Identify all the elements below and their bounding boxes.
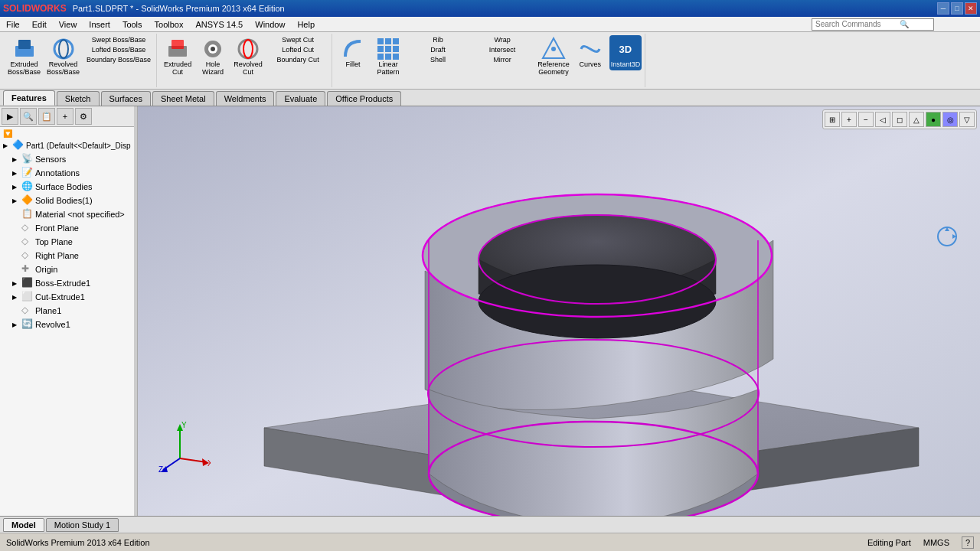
sidebar-search-button[interactable]: 🔍	[20, 108, 37, 125]
tab-sheet-metal[interactable]: Sheet Metal	[152, 91, 214, 106]
menu-tools[interactable]: Tools	[116, 18, 149, 31]
sidebar-settings-button[interactable]: ⚙	[75, 108, 92, 125]
menu-ansys[interactable]: ANSYS 14.5	[189, 18, 249, 31]
vp-view-settings-button[interactable]: ▽	[959, 112, 975, 127]
vp-zoom-in-button[interactable]: +	[841, 112, 857, 127]
svg-rect-19	[393, 54, 399, 60]
boss-toolbar-group: ExtrudedBoss/Base RevolvedBoss/Base Swep…	[3, 34, 157, 87]
tab-sketch[interactable]: Sketch	[57, 91, 100, 106]
command-search-box[interactable]: 🔍	[812, 18, 934, 31]
tree-label-surface-bodies: Surface Bodies	[35, 182, 93, 191]
sidebar-filter-button[interactable]: ▶	[2, 108, 18, 125]
revolved-boss-button[interactable]: RevolvedBoss/Base	[45, 35, 81, 78]
vp-prev-view-button[interactable]: ◁	[875, 112, 890, 127]
extruded-cut-button[interactable]: ExtrudedCut	[162, 35, 194, 78]
tree-arrow-cut-extrude1: ▶	[12, 294, 21, 301]
lofted-boss-button[interactable]: Lofted Boss/Base	[84, 45, 153, 54]
vp-scene-button[interactable]: ◎	[942, 112, 958, 127]
search-input[interactable]	[815, 20, 900, 28]
vp-hide-show-button[interactable]: △	[909, 112, 924, 127]
boundary-boss-button[interactable]: Boundary Boss/Base	[84, 55, 153, 64]
rib-button[interactable]: Rib	[407, 35, 469, 44]
swept-boss-button[interactable]: Swept Boss/Base	[84, 35, 153, 44]
status-help-icon[interactable]: ?	[962, 536, 974, 549]
shell-button[interactable]: Shell	[407, 55, 469, 64]
features-toolbar-group: Fillet LinearPattern Rib Draft Shell Wra…	[334, 34, 645, 87]
tree-icon-surface-bodies: 🌐	[21, 181, 34, 193]
tree-filter-row: 🔽	[2, 129, 136, 139]
tree-item-plane1[interactable]: ▶ ◇ Plane1	[2, 304, 136, 318]
tree-item-origin[interactable]: ▶ ✚ Origin	[2, 262, 136, 276]
tree-item-annotations[interactable]: ▶ 📝 Annotations	[2, 166, 136, 180]
tree-item-sensors[interactable]: ▶ 📡 Sensors	[2, 152, 136, 166]
extruded-boss-button[interactable]: ExtrudedBoss/Base	[6, 35, 42, 78]
tree-item-front-plane[interactable]: ▶ ◇ Front Plane	[2, 221, 136, 235]
tree-icon-cut-extrude1: ⬜	[21, 291, 34, 303]
3d-scene-svg	[138, 106, 980, 516]
svg-rect-13	[393, 38, 399, 44]
bottom-tab-model[interactable]: Model	[3, 518, 44, 532]
menu-toolbox[interactable]: Toolbox	[149, 18, 190, 31]
tree-item-solid-bodies[interactable]: ▶ 🔶 Solid Bodies(1)	[2, 194, 136, 207]
tab-surfaces[interactable]: Surfaces	[101, 91, 151, 106]
tree-item-boss-extrude1[interactable]: ▶ ⬛ Boss-Extrude1	[2, 276, 136, 290]
3d-viewport[interactable]: ⊞ + − ◁ ◻ △ ● ◎ ▽ Y	[138, 106, 980, 516]
sidebar-config-button[interactable]: 📋	[38, 108, 55, 125]
close-button[interactable]: ✕	[965, 2, 977, 15]
tree-label-top-plane: Top Plane	[35, 237, 73, 246]
menu-insert[interactable]: Insert	[83, 18, 116, 31]
fillet-button[interactable]: Fillet	[337, 35, 369, 70]
tab-evaluate[interactable]: Evaluate	[276, 91, 325, 106]
vp-zoom-out-button[interactable]: −	[858, 112, 874, 127]
lofted-cut-button[interactable]: Lofted Cut	[267, 45, 328, 54]
axis-svg: Y X Z	[157, 420, 211, 474]
sidebar-resize-handle[interactable]	[134, 106, 137, 516]
instant3d-button[interactable]: 3D Instant3D	[609, 35, 642, 70]
sidebar-add-button[interactable]: +	[57, 108, 74, 125]
tree-item-surface-bodies[interactable]: ▶ 🌐 Surface Bodies	[2, 180, 136, 194]
menu-edit[interactable]: Edit	[26, 18, 53, 31]
feature-small-col: Rib Draft Shell	[407, 35, 469, 64]
reference-geometry-icon	[541, 37, 566, 61]
revolved-cut-button[interactable]: RevolvedCut	[232, 35, 264, 78]
menu-file[interactable]: File	[0, 18, 26, 31]
hole-wizard-icon	[201, 37, 225, 61]
swept-cut-button[interactable]: Swept Cut	[267, 35, 328, 44]
tab-weldments[interactable]: Weldments	[216, 91, 275, 106]
revolved-boss-label: RevolvedBoss/Base	[47, 61, 80, 77]
tree-item-cut-extrude1[interactable]: ▶ ⬜ Cut-Extrude1	[2, 290, 136, 304]
svg-point-3	[59, 40, 68, 58]
rotate-handle[interactable]	[936, 225, 959, 248]
tree-item-material[interactable]: ▶ 📋 Material <not specified>	[2, 207, 136, 221]
minimize-button[interactable]: ─	[937, 2, 949, 15]
boundary-cut-button[interactable]: Boundary Cut	[267, 55, 328, 64]
tree-item-revolve1[interactable]: ▶ 🔄 Revolve1	[2, 318, 136, 331]
tree-item-top-plane[interactable]: ▶ ◇ Top Plane	[2, 235, 136, 249]
menu-help[interactable]: Help	[291, 18, 321, 31]
bottom-tab-motion-study[interactable]: Motion Study 1	[46, 518, 119, 532]
tree-label-right-plane: Right Plane	[35, 251, 79, 260]
svg-rect-15	[385, 46, 391, 52]
mirror-button[interactable]: Mirror	[472, 55, 533, 64]
tab-office-products[interactable]: Office Products	[327, 91, 401, 106]
wrap-button[interactable]: Wrap	[472, 35, 533, 44]
tab-features[interactable]: Features	[3, 90, 55, 106]
menu-view[interactable]: View	[53, 18, 83, 31]
curves-button[interactable]: Curves	[574, 35, 606, 70]
tree-item-right-plane[interactable]: ▶ ◇ Right Plane	[2, 249, 136, 262]
reference-geometry-button[interactable]: ReferenceGeometry	[536, 35, 571, 78]
cut-toolbar-group: ExtrudedCut HoleWizard RevolvedCut Swept…	[158, 34, 332, 87]
tree-item-part1[interactable]: ▶ 🔷 Part1 (Default<<Default>_Disp	[2, 139, 136, 152]
svg-rect-18	[385, 54, 391, 60]
vp-zoom-fit-button[interactable]: ⊞	[825, 112, 840, 127]
intersect-button[interactable]: Intersect	[472, 45, 533, 54]
vp-appearance-button[interactable]: ●	[926, 112, 941, 127]
linear-pattern-button[interactable]: LinearPattern	[372, 35, 404, 78]
tree-label-material: Material <not specified>	[35, 210, 125, 219]
draft-button[interactable]: Draft	[407, 45, 469, 54]
swept-cut-label: Swept Cut	[282, 36, 314, 44]
vp-display-style-button[interactable]: ◻	[892, 112, 907, 127]
maximize-button[interactable]: □	[951, 2, 963, 15]
menu-window[interactable]: Window	[249, 18, 291, 31]
hole-wizard-button[interactable]: HoleWizard	[197, 35, 229, 78]
